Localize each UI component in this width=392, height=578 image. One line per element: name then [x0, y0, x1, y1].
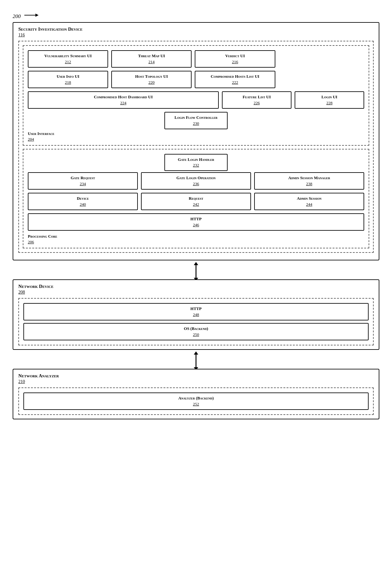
analyzer-backend-row: Analyzer (Backend) 252: [23, 392, 369, 410]
processing-core-number: 206: [28, 240, 34, 244]
dashboard-row: Compromised Host Dashboard UI 224 Featur…: [28, 91, 364, 109]
login-flow-controller-box: Login Flow Controller 230: [164, 112, 228, 129]
gate-login-handler-row: Gate Login Handler 232: [28, 154, 364, 171]
vulnerability-summary-ui-box: Vulnerability Summary UI 212: [28, 50, 108, 68]
analyzer-backend-box: Analyzer (Backend) 252: [23, 392, 369, 410]
svg-marker-6: [194, 351, 198, 355]
compromised-hosts-list-ui-box: Compromised Hosts List UI 222: [195, 71, 275, 88]
arrow-network-analyzer: [13, 353, 379, 369]
processing-row-1: Gate Request 234 Gate Login Operation 23…: [28, 172, 364, 190]
threat-map-ui-box: Threat Map UI 214: [111, 50, 192, 68]
admin-session-box: Admin Session 244: [254, 193, 364, 210]
processing-core-section-label: Processing Core: [28, 234, 57, 239]
bidirectional-arrow-icon: [191, 262, 201, 281]
ui-row-1: Vulnerability Summary UI 212 Threat Map …: [28, 50, 364, 68]
user-interface-label: User Interface: [28, 131, 364, 136]
gate-login-handler-box: Gate Login Handler 232: [164, 154, 228, 171]
ui-row-2: User Info UI 218 Host Topology UI 220 Co…: [28, 71, 364, 88]
os-backend-row: OS (Backend) 250: [23, 323, 369, 340]
login-ui-box: Login UI 228: [295, 91, 364, 109]
network-analyzer-number: 210: [18, 379, 374, 384]
user-interface-number: 204: [28, 137, 34, 142]
network-analyzer-label: Network Analyzer: [18, 373, 374, 379]
ref-arrow-icon: [23, 13, 39, 20]
host-topology-ui-box: Host Topology UI 220: [111, 71, 192, 88]
http-248-row: HTTP 248: [23, 303, 369, 320]
diagram-ref: 200: [13, 13, 379, 20]
svg-marker-3: [194, 262, 198, 265]
http-246-box: HTTP 246: [28, 213, 364, 231]
http-246-row: HTTP 246: [28, 213, 364, 231]
network-device-number: 208: [18, 290, 374, 295]
gate-login-operation-box: Gate Login Operation 236: [141, 172, 251, 190]
arrow-security-network: [13, 264, 379, 279]
feature-list-ui-box: Feature List UI 226: [222, 91, 291, 109]
request-box: Request 242: [141, 193, 251, 210]
security-investigation-device-box: Security Investigation Device 116 Vulner…: [13, 22, 379, 260]
network-device-box: Network Device 208 HTTP 248 OS (Backend)…: [13, 279, 379, 350]
http-248-box: HTTP 248: [23, 303, 369, 320]
admin-session-manager-box: Admin Session Manager 238: [254, 172, 364, 190]
network-analyzer-box: Network Analyzer 210 Analyzer (Backend) …: [13, 369, 379, 419]
gate-request-box: Gate Request 234: [28, 172, 138, 190]
processing-row-2: Device 240 Request 242 Admin Session 244: [28, 193, 364, 210]
login-flow-controller-row: Login Flow Controller 230: [28, 112, 364, 129]
bidirectional-arrow-2-icon: [191, 351, 201, 370]
compromised-host-dashboard-box: Compromised Host Dashboard UI 224: [28, 91, 219, 109]
svg-marker-1: [35, 14, 39, 17]
network-device-label: Network Device: [18, 284, 374, 289]
security-device-number: 116: [18, 33, 374, 38]
verdict-ui-box: Verdict UI 216: [195, 50, 275, 68]
os-backend-box: OS (Backend) 250: [23, 323, 369, 340]
device-box: Device 240: [28, 193, 138, 210]
security-device-label: Security Investigation Device: [18, 27, 374, 32]
user-info-ui-box: User Info UI 218: [28, 71, 108, 88]
